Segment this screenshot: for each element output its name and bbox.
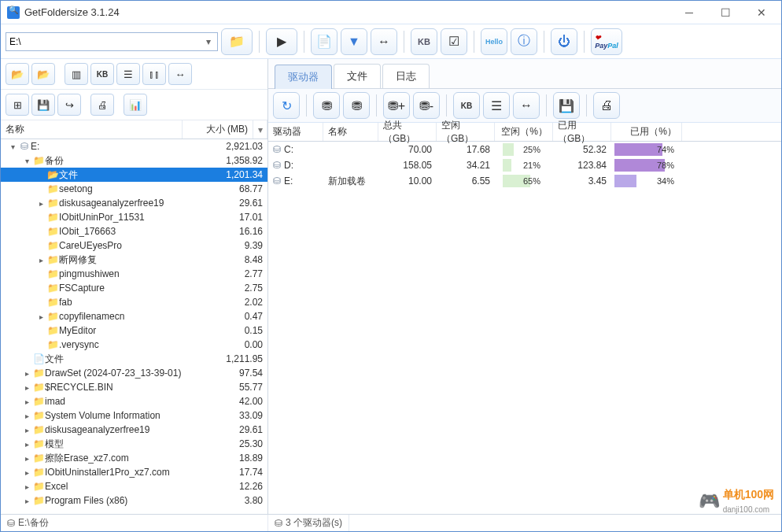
- export-button[interactable]: ↪: [57, 94, 81, 116]
- folder-open-button[interactable]: 📂: [31, 63, 55, 85]
- expand-arrow-icon[interactable]: ▸: [21, 454, 32, 463]
- column-name-header[interactable]: 名称: [1, 120, 183, 139]
- tab-files[interactable]: 文件: [334, 64, 381, 88]
- hello-button[interactable]: Hello: [481, 28, 507, 55]
- tree-row[interactable]: 📁IObit_17666316.16: [1, 224, 267, 238]
- columns-button[interactable]: ▥: [65, 63, 88, 85]
- tree-row[interactable]: ▾⛁E:2,921.03: [1, 139, 267, 153]
- tree-row[interactable]: ▸📁imad42.00: [1, 394, 267, 408]
- list-button[interactable]: ☰: [116, 63, 140, 85]
- drive-filter1-button[interactable]: ⛃: [313, 92, 340, 119]
- chevron-down-icon[interactable]: ▾: [203, 36, 214, 47]
- copy-button[interactable]: 📄: [311, 28, 338, 55]
- info-button[interactable]: ⓘ: [511, 28, 537, 55]
- expand-arrow-icon[interactable]: ▸: [21, 369, 32, 378]
- header-drive[interactable]: 驱动器: [268, 123, 323, 141]
- header-used-pct[interactable]: 已用（%）: [611, 123, 682, 141]
- tree-row[interactable]: ▸📁diskusageanalyzerfree1929.61: [1, 196, 267, 210]
- print-right-button[interactable]: 🖨: [593, 92, 620, 119]
- expand-arrow-icon[interactable]: ▸: [21, 482, 32, 491]
- options-button[interactable]: ☑: [441, 28, 467, 55]
- tree-row[interactable]: 📁seetong68.77: [1, 182, 267, 196]
- drive-filter2-button[interactable]: ⛃: [343, 92, 370, 119]
- tree-row[interactable]: ▸📁模型25.30: [1, 437, 267, 451]
- folder-tree[interactable]: ▾⛁E:2,921.03▾📁备份1,358.92📂文件1,201.34📁seet…: [1, 139, 267, 514]
- refresh-button[interactable]: ↻: [273, 92, 300, 119]
- kb-unit-button[interactable]: KB: [411, 28, 437, 55]
- expand-arrow-icon[interactable]: ▸: [35, 312, 46, 321]
- print-button[interactable]: 🖨: [90, 94, 114, 116]
- scan-button[interactable]: ▶: [266, 28, 297, 55]
- kb-button[interactable]: KB: [90, 63, 114, 85]
- header-free-pct[interactable]: 空闲（%）: [495, 123, 553, 141]
- expand-arrow-icon[interactable]: ▸: [21, 397, 32, 406]
- expand-arrow-icon[interactable]: ▸: [21, 412, 32, 420]
- browse-folder-button[interactable]: 📁: [221, 28, 253, 55]
- width-button[interactable]: ↔: [168, 63, 192, 85]
- path-input[interactable]: [9, 36, 203, 47]
- chart-button[interactable]: 📊: [124, 94, 147, 116]
- tree-row[interactable]: ▸📁Excel12.26: [1, 479, 267, 493]
- list-icon: ☰: [491, 98, 502, 113]
- toolbar-separator: [404, 31, 404, 53]
- expand-arrow-icon[interactable]: ▾: [7, 142, 18, 151]
- tree-row[interactable]: 📄文件1,211.95: [1, 352, 267, 366]
- drive-row[interactable]: ⛁C:70.0017.6825%52.3274%: [268, 142, 781, 157]
- drive-row[interactable]: ⛁E:新加载卷10.006.5565%3.4534%: [268, 173, 781, 189]
- expand-arrow-icon[interactable]: ▸: [35, 199, 46, 208]
- tree-row[interactable]: ▸📁copyfilenamecn0.47: [1, 309, 267, 323]
- tree-row[interactable]: 📁.verysync0.00: [1, 338, 267, 352]
- expand-arrow-icon[interactable]: ▸: [21, 383, 32, 392]
- expand-arrow-icon[interactable]: ▸: [21, 426, 32, 434]
- new-button[interactable]: ⊞: [6, 94, 29, 116]
- folder-up-button[interactable]: 📂: [6, 63, 29, 85]
- tree-row[interactable]: ▸📁擦除Erase_xz7.com18.89: [1, 451, 267, 465]
- tree-row[interactable]: ▸📁Program Files (x86)3.80: [1, 493, 267, 508]
- tree-row[interactable]: 📂文件1,201.34: [1, 168, 267, 182]
- kb-button-right[interactable]: KB: [453, 92, 480, 119]
- paypal-button[interactable]: ❤PayPal: [591, 28, 622, 55]
- column-dropdown[interactable]: ▾: [253, 120, 267, 139]
- expand-arrow-icon[interactable]: ▸: [21, 440, 32, 449]
- tree-row[interactable]: ▸📁diskusageanalyzerfree1929.61: [1, 423, 267, 437]
- columns2-button[interactable]: ⫿⫿: [142, 63, 166, 85]
- tree-row[interactable]: ▸📁断网修复8.48: [1, 253, 267, 267]
- filter-button[interactable]: ▼: [341, 28, 367, 55]
- save-view-button[interactable]: 💾: [31, 94, 55, 116]
- drive-row[interactable]: ⛁D:158.0534.2121%123.8478%: [268, 157, 781, 173]
- header-used[interactable]: 已用（GB）: [553, 123, 611, 141]
- tree-row[interactable]: ▸📁System Volume Information33.09: [1, 408, 267, 423]
- maximize-button[interactable]: ☐: [707, 2, 743, 24]
- tab-log[interactable]: 日志: [382, 64, 430, 88]
- tree-row[interactable]: 📁CareUEyesPro9.39: [1, 238, 267, 253]
- save-button[interactable]: 💾: [553, 92, 580, 119]
- tree-row[interactable]: 📁MyEditor0.15: [1, 323, 267, 338]
- tree-row[interactable]: 📁FSCapture2.75: [1, 281, 267, 295]
- add-drive-button[interactable]: ⛃+: [383, 92, 410, 119]
- expand-arrow-icon[interactable]: ▸: [21, 497, 32, 505]
- expand-arrow-icon[interactable]: ▾: [21, 157, 32, 165]
- remove-drive-button[interactable]: ⛃-: [413, 92, 440, 119]
- minimize-button[interactable]: ─: [671, 2, 707, 24]
- tree-row[interactable]: ▾📁备份1,358.92: [1, 153, 267, 168]
- tree-row[interactable]: 📁fab2.02: [1, 295, 267, 309]
- tree-row[interactable]: ▸📁DrawSet (2024-07-23_13-39-01)97.54: [1, 366, 267, 380]
- width-right-button[interactable]: ↔: [513, 92, 540, 119]
- header-name[interactable]: 名称: [323, 123, 378, 141]
- path-combobox[interactable]: ▾: [6, 32, 218, 51]
- tree-row[interactable]: 📁pingmushiwen2.77: [1, 267, 267, 281]
- tab-drives[interactable]: 驱动器: [275, 65, 332, 89]
- power-button[interactable]: ⏻: [551, 28, 577, 55]
- expand-arrow-icon[interactable]: ▸: [35, 256, 46, 264]
- tree-row[interactable]: 📁IObitUninPor_1153117.01: [1, 210, 267, 224]
- expand-arrow-icon[interactable]: ▸: [21, 468, 32, 477]
- expand-button[interactable]: ↔: [371, 28, 397, 55]
- column-size-header[interactable]: 大小 (MB): [183, 120, 253, 139]
- header-free[interactable]: 空闲（GB）: [437, 123, 495, 141]
- tree-row[interactable]: ▸📁IObitUninstaller1Pro_xz7.com17.74: [1, 465, 267, 479]
- list-right-button[interactable]: ☰: [483, 92, 510, 119]
- close-button[interactable]: ✕: [743, 2, 780, 24]
- drive-list[interactable]: ⛁C:70.0017.6825%52.3274%⛁D:158.0534.2121…: [268, 142, 781, 514]
- tree-row[interactable]: ▸📁$RECYCLE.BIN55.77: [1, 380, 267, 394]
- header-total[interactable]: 总共（GB）: [378, 123, 437, 141]
